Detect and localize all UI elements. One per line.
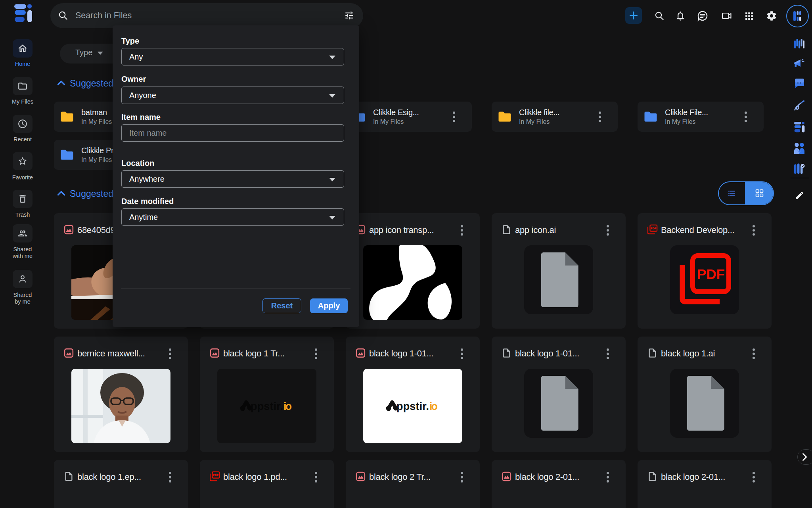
svg-text:PDF: PDF [651,227,656,230]
svg-text:ppstir.: ppstir. [396,400,429,412]
svg-text:PDF: PDF [213,474,218,477]
svg-text:ppstir.: ppstir. [251,400,283,412]
svg-text:PDF: PDF [697,266,725,282]
svg-text:io: io [283,400,292,412]
svg-text:io: io [429,400,438,412]
